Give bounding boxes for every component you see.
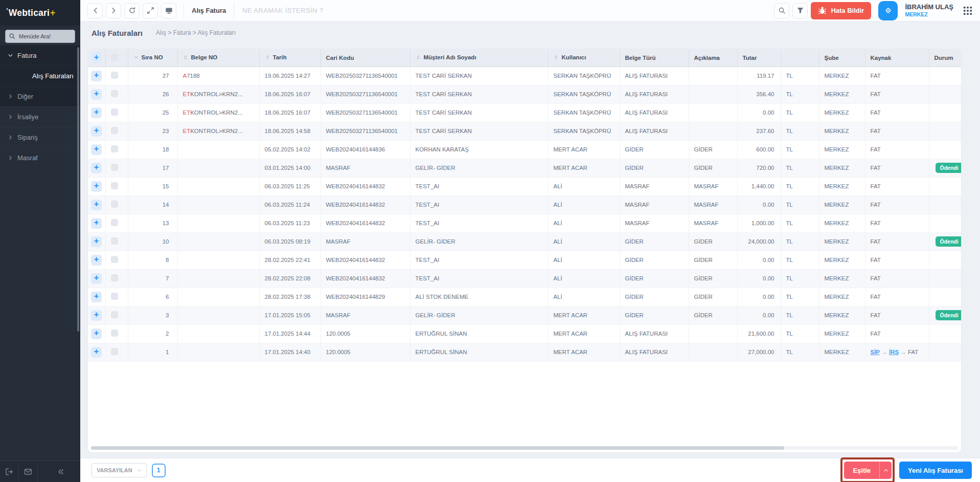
add-invoice-header-button[interactable]: +: [91, 52, 102, 63]
table-row[interactable]: + 1 17.01.2025 14:40 120.0005 ERTUĞRUL S…: [88, 343, 961, 361]
sidebar-item[interactable]: Alış Faturaları: [0, 65, 80, 86]
sync-dropdown-toggle[interactable]: [879, 462, 892, 479]
row-checkbox[interactable]: [111, 237, 118, 245]
column-header[interactable]: [781, 49, 819, 67]
row-checkbox[interactable]: [111, 127, 118, 134]
expand-row-button[interactable]: +: [91, 236, 102, 247]
table-row[interactable]: + 15 06.03.2025 11:25 WEB20240416144832 …: [88, 177, 961, 195]
row-checkbox[interactable]: [111, 219, 118, 226]
column-header[interactable]: Kaynak: [865, 49, 929, 67]
sidebar-scrollbar[interactable]: [77, 47, 79, 332]
select-all-checkbox[interactable]: [111, 54, 118, 61]
expand-row-button[interactable]: +: [91, 126, 102, 137]
refresh-button[interactable]: [124, 3, 140, 18]
expand-row-button[interactable]: +: [91, 218, 102, 229]
table-row[interactable]: + 13 06.03.2025 11:23 WEB20240416144832 …: [88, 214, 961, 232]
row-checkbox[interactable]: [111, 256, 118, 263]
monitor-button[interactable]: [161, 3, 176, 18]
column-header[interactable]: Sıra NO: [128, 49, 177, 67]
table-row[interactable]: + 27 A7188 19.06.2025 14:27 WEB202503271…: [88, 67, 961, 85]
nav-forward-button[interactable]: [106, 3, 121, 18]
global-search-input[interactable]: [237, 3, 771, 18]
page-number-button[interactable]: 1: [152, 464, 166, 477]
apps-menu-button[interactable]: [963, 6, 973, 16]
sidebar-item[interactable]: İrsaliye: [0, 106, 80, 127]
row-checkbox[interactable]: [111, 164, 118, 171]
row-checkbox[interactable]: [111, 145, 118, 152]
row-checkbox[interactable]: [111, 90, 118, 97]
expand-row-button[interactable]: +: [91, 347, 102, 358]
expand-row-button[interactable]: +: [91, 292, 102, 302]
cell-tutar: 0.00: [737, 306, 781, 324]
row-checkbox[interactable]: [111, 293, 118, 300]
expand-row-button[interactable]: +: [91, 144, 102, 155]
expand-row-button[interactable]: +: [91, 89, 102, 100]
column-header[interactable]: Cari Kodu: [321, 49, 410, 67]
table-row[interactable]: + 18 05.02.2025 14:02 WEB20240416144836 …: [88, 140, 961, 159]
table-row[interactable]: + 7 28.02.2025 22:08 WEB20240416144832 T…: [88, 269, 961, 288]
filter-button[interactable]: [792, 3, 808, 18]
fullscreen-button[interactable]: [143, 3, 158, 18]
expand-row-button[interactable]: +: [91, 328, 102, 339]
row-checkbox[interactable]: [111, 108, 118, 116]
horizontal-scrollbar[interactable]: [91, 446, 784, 450]
table-row[interactable]: + 23 ETKONTROL>KRN2... 18.06.2025 14:58 …: [88, 122, 961, 140]
app-logo[interactable]: ’Webticari+: [0, 0, 80, 26]
expand-row-button[interactable]: +: [91, 163, 102, 173]
column-header[interactable]: Belge Türü: [620, 49, 689, 67]
cell-kullanici: ALİ: [548, 269, 620, 288]
avatar[interactable]: [878, 1, 898, 20]
row-checkbox[interactable]: [111, 311, 118, 318]
logout-button[interactable]: [0, 461, 19, 482]
table-row[interactable]: + 8 28.02.2025 22:41 WEB20240416144832 T…: [88, 251, 961, 269]
tab-alis-fatura[interactable]: Alış Fatura: [184, 3, 234, 18]
search-button[interactable]: [774, 3, 789, 18]
collapse-sidebar-button[interactable]: [38, 461, 80, 482]
user-menu[interactable]: İBRAHİM ULAŞ MERKEZ: [905, 3, 953, 17]
menu-search-input[interactable]: [5, 30, 75, 43]
column-header[interactable]: Müşteri Adı Soyadı: [410, 49, 548, 67]
table-row[interactable]: + 10 06.03.2025 08:19 MASRAF GELİR- GİDE…: [88, 232, 961, 251]
cell-kaynak: FAT: [865, 140, 929, 159]
table-row[interactable]: + 2 17.01.2025 14:44 120.0005 ERTUĞRUL S…: [88, 324, 961, 343]
table-row[interactable]: + 25 ETKONTROL>KRN2... 18.06.2025 16:07 …: [88, 103, 961, 122]
row-checkbox[interactable]: [111, 348, 118, 355]
expand-row-button[interactable]: +: [91, 310, 102, 321]
sync-button[interactable]: Eşitle: [844, 462, 892, 479]
kaynak-link[interactable]: İRS: [889, 349, 899, 355]
expand-row-button[interactable]: +: [91, 255, 102, 266]
table-row[interactable]: + 17 03.01.2025 14:00 MASRAF GELİR- GİDE…: [88, 159, 961, 177]
messages-button[interactable]: [19, 461, 38, 482]
column-header[interactable]: Belge NO: [177, 49, 259, 67]
kaynak-link[interactable]: SİP: [871, 349, 880, 355]
expand-row-button[interactable]: +: [91, 273, 102, 284]
row-checkbox[interactable]: [111, 72, 118, 79]
nav-back-button[interactable]: [87, 3, 103, 18]
row-checkbox[interactable]: [111, 274, 118, 281]
plus-icon: +: [94, 255, 99, 264]
column-header[interactable]: Durum: [929, 49, 961, 67]
table-row[interactable]: + 3 17.01.2025 15:05 MASRAF GELİR- GİDER…: [88, 306, 961, 324]
expand-row-button[interactable]: +: [91, 107, 102, 118]
row-checkbox[interactable]: [111, 182, 118, 189]
new-purchase-invoice-button[interactable]: Yeni Alış Faturası: [899, 462, 972, 479]
sidebar-item[interactable]: Masraf: [0, 147, 80, 168]
expand-row-button[interactable]: +: [91, 71, 102, 81]
row-checkbox[interactable]: [111, 201, 118, 208]
column-header[interactable]: Tarih: [259, 49, 321, 67]
column-header[interactable]: Açıklama: [689, 49, 737, 67]
column-header[interactable]: Şube: [819, 49, 865, 67]
column-header[interactable]: Tutar: [737, 49, 781, 67]
table-row[interactable]: + 26 ETKONTROL>KRN2... 18.06.2025 16:07 …: [88, 85, 961, 103]
column-header[interactable]: Kullanıcı: [548, 49, 620, 67]
sidebar-item[interactable]: Sipariş: [0, 127, 80, 147]
table-row[interactable]: + 6 28.02.2025 17:38 WEB20240416144829 A…: [88, 288, 961, 306]
report-error-button[interactable]: Hata Bildir: [811, 2, 871, 19]
row-checkbox[interactable]: [111, 330, 118, 337]
view-select[interactable]: VARSAYILAN: [92, 463, 147, 477]
expand-row-button[interactable]: +: [91, 181, 102, 192]
table-row[interactable]: + 14 06.03.2025 11:24 WEB20240416144832 …: [88, 195, 961, 214]
sidebar-item[interactable]: Diğer: [0, 86, 80, 106]
expand-row-button[interactable]: +: [91, 200, 102, 210]
sidebar-item[interactable]: Fatura: [0, 45, 80, 65]
